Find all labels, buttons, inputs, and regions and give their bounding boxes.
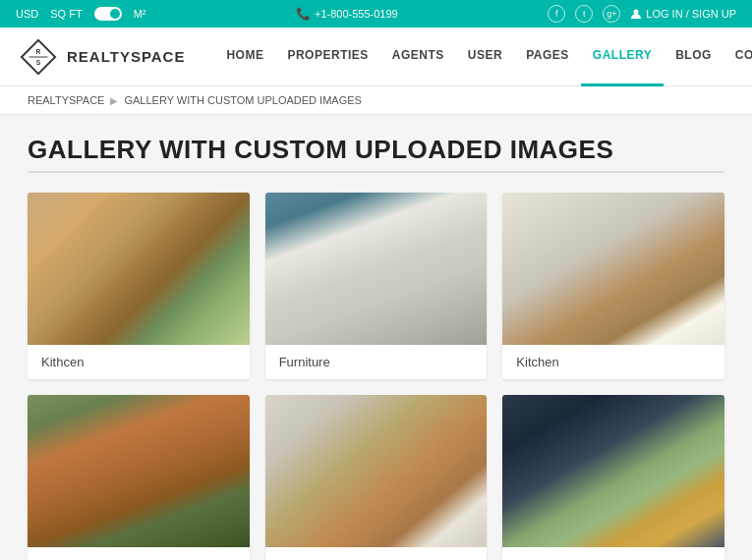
logo-text: REALTYSPACE (67, 48, 185, 65)
gallery-item-2[interactable]: Kitchen (502, 193, 724, 379)
nav-gallery[interactable]: GALLERY (581, 28, 664, 86)
svg-point-0 (634, 10, 639, 15)
gallery-label-1: Furniture (265, 345, 488, 379)
nav-pages[interactable]: PAGES (514, 28, 581, 86)
gallery-img-inner-4 (265, 395, 488, 547)
gallery-grid: Kithcen Furniture Kitchen Entrance Kitch (28, 193, 724, 560)
gallery-label-3: Entrance (28, 547, 250, 560)
user-icon (630, 8, 642, 20)
unit-toggle[interactable] (94, 7, 122, 21)
nav-links: HOME PROPERTIES AGENTS USER PAGES GALLER… (214, 28, 752, 86)
gallery-img-inner-3 (28, 395, 250, 547)
nav-agents[interactable]: AGENTS (380, 28, 456, 86)
gallery-item-4[interactable]: Kitchen (265, 395, 488, 560)
gallery-img-inner-0 (28, 193, 250, 345)
gallery-item-5[interactable]: Panoramic (502, 395, 724, 560)
logo[interactable]: R S REALTYSPACE (20, 38, 185, 76)
logo-diamond-wrap: R S (20, 38, 57, 76)
top-bar-left: USD SQ FT M² (16, 7, 145, 21)
svg-text:R: R (36, 48, 41, 55)
gallery-label-0: Kithcen (28, 345, 250, 379)
nav-bar: R S REALTYSPACE HOME PROPERTIES AGENTS U… (0, 28, 752, 86)
gallery-img-inner-5 (502, 395, 724, 547)
breadcrumb: REALTYSPACE ▶ GALLERY WITH CUSTOM UPLOAD… (0, 86, 752, 115)
gallery-image-dining (28, 193, 250, 345)
facebook-icon[interactable]: f (548, 5, 565, 23)
top-bar-right: f t g+ LOG IN / SIGN UP (548, 5, 736, 23)
gallery-item-0[interactable]: Kithcen (28, 193, 250, 379)
nav-blog[interactable]: BLOG (664, 28, 723, 86)
nav-home[interactable]: HOME (214, 28, 275, 86)
gallery-image-entrance (28, 395, 250, 547)
phone-number[interactable]: +1-800-555-0199 (315, 8, 398, 20)
gallery-image-kitchen2 (265, 395, 488, 547)
toggle-knob (110, 9, 120, 19)
breadcrumb-home[interactable]: REALTYSPACE (28, 94, 104, 106)
breadcrumb-separator: ▶ (110, 95, 118, 106)
unit-sqft[interactable]: SQ FT (50, 8, 82, 20)
gallery-image-kitchen (502, 193, 724, 345)
gallery-image-panoramic (502, 395, 724, 547)
gallery-item-1[interactable]: Furniture (265, 193, 488, 379)
currency-label[interactable]: USD (16, 8, 38, 20)
nav-properties[interactable]: PROPERTIES (275, 28, 379, 86)
twitter-icon[interactable]: t (575, 5, 593, 23)
breadcrumb-current: GALLERY WITH CUSTOM UPLOADED IMAGES (124, 94, 361, 106)
nav-contact[interactable]: CONTACT (723, 28, 752, 86)
top-bar: USD SQ FT M² 📞 +1-800-555-0199 f t g+ LO… (0, 0, 752, 28)
page-content: GALLERY WITH CUSTOM UPLOADED IMAGES Kith… (0, 115, 752, 560)
logo-diamond-svg: R S (20, 38, 57, 76)
gallery-label-2: Kitchen (502, 345, 724, 379)
top-bar-center: 📞 +1-800-555-0199 (296, 7, 398, 21)
gallery-img-inner-2 (502, 193, 724, 345)
page-title: GALLERY WITH CUSTOM UPLOADED IMAGES (28, 135, 724, 165)
svg-text:S: S (36, 58, 41, 65)
gallery-img-inner-1 (265, 193, 488, 345)
gallery-label-4: Kitchen (265, 547, 488, 560)
gallery-label-5: Panoramic (502, 547, 724, 560)
googleplus-icon[interactable]: g+ (603, 5, 620, 23)
phone-icon: 📞 (296, 7, 311, 21)
nav-user[interactable]: USER (456, 28, 514, 86)
gallery-item-3[interactable]: Entrance (28, 395, 250, 560)
login-link[interactable]: LOG IN / SIGN UP (630, 8, 736, 20)
gallery-image-furniture (265, 193, 488, 345)
title-divider (28, 171, 724, 173)
login-label: LOG IN / SIGN UP (646, 8, 736, 20)
unit-m2[interactable]: M² (134, 8, 146, 20)
